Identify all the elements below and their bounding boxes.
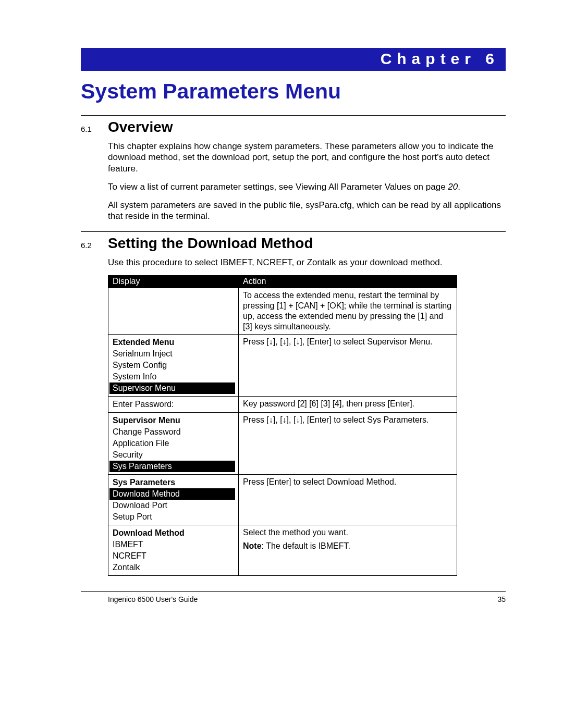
section-number: 6.2	[81, 241, 97, 250]
paragraph: All system parameters are saved in the p…	[108, 200, 506, 222]
paragraph: To view a list of current parameter sett…	[108, 181, 506, 192]
page-ref: 20	[448, 182, 458, 192]
menu-item: System Config	[113, 360, 234, 371]
menu-item: Security	[113, 449, 234, 461]
action-cell: To access the extended menu, restart the…	[239, 288, 457, 334]
table-row: Enter Password:Key password [2] [6] [3] …	[108, 396, 457, 412]
col-header-action: Action	[239, 275, 457, 288]
section-title: Setting the Download Method	[108, 235, 313, 252]
display-cell: Download MethodIBMEFTNCREFTZontalk	[108, 525, 239, 575]
menu-title: Sys Parameters	[113, 477, 234, 488]
action-cell: Select the method you want.Note: The def…	[239, 525, 457, 575]
section-number: 6.1	[81, 125, 97, 133]
display-cell: Supervisor MenuChange PasswordApplicatio…	[108, 413, 239, 474]
footer-divider	[81, 591, 506, 592]
menu-item: Zontalk	[113, 562, 234, 573]
section-heading-overview: 6.1 Overview	[81, 119, 506, 135]
divider	[81, 231, 506, 232]
note-label: Note	[243, 541, 262, 550]
menu-title: Extended Menu	[113, 337, 234, 348]
paragraph: This chapter explains how change system …	[108, 141, 506, 174]
menu-title: Download Method	[113, 527, 234, 539]
menu-item-selected: Sys Parameters	[109, 461, 235, 472]
text: To view a list of current parameter sett…	[108, 182, 448, 192]
menu-item: Download Port	[113, 500, 234, 511]
display-cell: Sys ParametersDownload MethodDownload Po…	[108, 475, 239, 525]
paragraph: Use this procedure to select IBMEFT, NCR…	[108, 257, 506, 268]
footer-left: Ingenico 6500 User's Guide	[108, 595, 198, 603]
table-row: Sys ParametersDownload MethodDownload Po…	[108, 474, 457, 525]
menu-item: Setup Port	[113, 511, 234, 523]
section-heading-download: 6.2 Setting the Download Method	[81, 235, 506, 252]
menu-item-selected: Supervisor Menu	[109, 382, 235, 394]
footer-page-number: 35	[497, 595, 506, 603]
col-header-display: Display	[108, 275, 239, 288]
table-row: Supervisor MenuChange PasswordApplicatio…	[108, 412, 457, 474]
table-row: Extended MenuSerialnum InjectSystem Conf…	[108, 334, 457, 396]
note-line: Note: The default is IBMEFT.	[243, 541, 452, 551]
menu-item: Serialnum Inject	[113, 348, 234, 360]
page-footer: Ingenico 6500 User's Guide 35	[108, 595, 506, 603]
menu-item: IBMEFT	[113, 539, 234, 550]
action-cell: Key password [2] [6] [3] [4], then press…	[239, 397, 457, 412]
action-cell: Press [Enter] to select Download Method.	[239, 475, 457, 525]
menu-item: Enter Password:	[113, 399, 234, 410]
text: .	[458, 182, 460, 192]
menu-title: Supervisor Menu	[113, 415, 234, 426]
action-cell: Press [↓], [↓], [↓], [Enter] to select S…	[239, 335, 457, 396]
chapter-title: System Parameters Menu	[81, 79, 506, 104]
text: Select the method you want.	[243, 527, 452, 538]
table-row: Download MethodIBMEFTNCREFTZontalkSelect…	[108, 525, 457, 575]
action-cell: Press [↓], [↓], [↓], [Enter] to select S…	[239, 413, 457, 474]
display-cell: Enter Password:	[108, 397, 239, 412]
table-row: To access the extended menu, restart the…	[108, 288, 457, 334]
table-header-row: Display Action	[108, 275, 457, 288]
menu-item: Change Password	[113, 426, 234, 438]
chapter-badge: Chapter 6	[81, 48, 506, 71]
procedure-table: Display Action To access the extended me…	[108, 275, 457, 576]
menu-item: Application File	[113, 438, 234, 449]
divider	[81, 115, 506, 116]
menu-item: NCREFT	[113, 550, 234, 562]
section-title: Overview	[108, 119, 173, 135]
menu-item-selected: Download Method	[109, 488, 235, 500]
display-cell	[108, 288, 239, 334]
display-cell: Extended MenuSerialnum InjectSystem Conf…	[108, 335, 239, 396]
menu-item: System Info	[113, 371, 234, 382]
note-text: : The default is IBMEFT.	[262, 541, 350, 550]
